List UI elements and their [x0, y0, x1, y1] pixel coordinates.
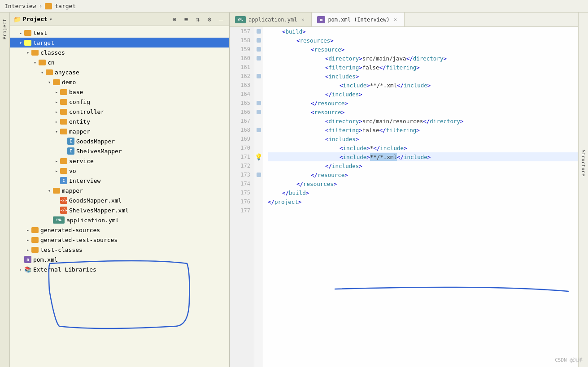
tree-item-config[interactable]: config: [10, 97, 229, 107]
breadcrumb-project[interactable]: Interview: [4, 3, 36, 9]
project-folder-icon: 📁: [13, 16, 21, 23]
line-numbers: 157 158 159 160 161 162 163 164 165 166 …: [230, 27, 254, 367]
tree-item-shelvesmapper-class[interactable]: I ShelvesMapper: [10, 146, 229, 156]
lightbulb-icon[interactable]: 💡: [255, 153, 262, 160]
right-sidebar: Structure: [578, 13, 588, 367]
tree-item-test-classes[interactable]: test-classes: [10, 245, 229, 255]
tree-item-test[interactable]: test: [10, 28, 229, 38]
folder-icon-anycase: [46, 69, 53, 75]
tree-item-external-libraries[interactable]: 📚 External Libraries: [10, 264, 229, 274]
tree-label-cn: cn: [48, 59, 55, 66]
folder-icon-classes: [31, 50, 39, 56]
code-line-157: <build>: [268, 27, 578, 36]
tree-arrow-mapper-resources[interactable]: [46, 188, 53, 193]
code-line-169: <includes>: [268, 134, 578, 143]
tree-item-goodsmapper-class[interactable]: I GoodsMapper: [10, 136, 229, 146]
tree-item-goodsmapper-xml[interactable]: ≺/≻ GoodsMapper.xml: [10, 195, 229, 205]
tree-arrow-config[interactable]: [53, 99, 60, 104]
editor-area: YML application.yml ✕ m pom.xml (Intervi…: [230, 13, 578, 367]
tree-item-base[interactable]: base: [10, 87, 229, 97]
tree-item-vo[interactable]: vo: [10, 166, 229, 176]
settings-gear-icon[interactable]: ⚙: [205, 15, 214, 24]
tree-arrow-service[interactable]: [53, 159, 60, 164]
collapse-btn[interactable]: ≡: [182, 15, 191, 24]
tree-arrow-entity[interactable]: [53, 119, 60, 124]
sort-btn[interactable]: ⇅: [193, 15, 202, 24]
breadcrumb-current: target: [55, 3, 76, 9]
tree-label-base: base: [69, 89, 83, 95]
editor-tabs: YML application.yml ✕ m pom.xml (Intervi…: [230, 13, 578, 27]
tree-arrow-test-classes[interactable]: [24, 247, 31, 252]
tree-item-generated-test-sources[interactable]: generated-test-sources: [10, 235, 229, 245]
tree-item-pom-xml[interactable]: m pom.xml: [10, 255, 229, 264]
folder-icon-generated-test-sources: [31, 237, 39, 243]
tree-arrow-base[interactable]: [53, 90, 60, 95]
editor-content: 157 158 159 160 161 162 163 164 165 166 …: [230, 27, 578, 367]
tree-item-service[interactable]: service: [10, 156, 229, 166]
folder-icon-config: [60, 99, 67, 105]
tree-item-classes[interactable]: classes: [10, 47, 229, 57]
folder-icon-controller: [60, 109, 67, 115]
tree-item-interview[interactable]: C Interview: [10, 176, 229, 186]
breadcrumb-sep: ›: [39, 3, 42, 9]
file-tree: test target classes: [10, 26, 229, 367]
tree-item-mapper-resources[interactable]: mapper: [10, 186, 229, 195]
tree-item-mapper-classes[interactable]: mapper: [10, 126, 229, 136]
interface-icon-goods: I: [67, 138, 74, 145]
tree-label-anycase: anycase: [55, 69, 79, 76]
code-line-173: </resource>: [268, 170, 578, 179]
tree-arrow-test[interactable]: [17, 30, 24, 35]
java-class-icon-interview: C: [60, 177, 67, 184]
code-line-166: <resource>: [268, 108, 578, 117]
tree-item-controller[interactable]: controller: [10, 107, 229, 117]
tree-arrow-cn[interactable]: [31, 60, 39, 65]
tree-item-demo[interactable]: demo: [10, 77, 229, 87]
sidebar-item-project[interactable]: Project: [0, 15, 9, 43]
tab-close-pom-xml[interactable]: ✕: [392, 17, 399, 23]
code-line-168: <filtering>false</filtering>: [268, 125, 578, 134]
folder-icon-vo: [60, 168, 67, 174]
tree-item-target[interactable]: target: [10, 38, 229, 47]
tab-application-yml[interactable]: YML application.yml ✕: [230, 13, 312, 26]
tree-arrow-generated-sources[interactable]: [24, 228, 31, 233]
sidebar-item-structure[interactable]: Structure: [579, 147, 588, 179]
code-line-172: </includes>: [268, 161, 578, 170]
tab-label-application-yml: application.yml: [248, 17, 297, 23]
tab-close-application-yml[interactable]: ✕: [300, 17, 306, 23]
tree-item-anycase[interactable]: anycase: [10, 67, 229, 77]
tree-item-entity[interactable]: entity: [10, 117, 229, 126]
xml-icon-goodsmapper: ≺/≻: [60, 197, 67, 204]
tree-arrow-demo[interactable]: [46, 80, 53, 85]
tree-label-generated-sources: generated-sources: [40, 227, 100, 233]
code-editor[interactable]: <build> <resources> <resource> <director…: [263, 27, 578, 367]
folder-icon-target: [24, 40, 31, 46]
tree-arrow-classes[interactable]: [24, 50, 31, 55]
minimize-btn[interactable]: —: [217, 15, 226, 24]
tree-item-shelvesmapper-xml[interactable]: ≺/≻ ShelvesMapper.xml: [10, 205, 229, 215]
tree-arrow-mapper-classes[interactable]: [53, 129, 60, 134]
left-sidebar: Project: [0, 13, 10, 367]
tree-arrow-controller[interactable]: [53, 109, 60, 114]
tree-item-cn[interactable]: cn: [10, 57, 229, 67]
tree-arrow-target[interactable]: [17, 40, 24, 45]
tree-item-application-yml[interactable]: YML application.yml: [10, 215, 229, 225]
locate-icon-btn[interactable]: ⊕: [170, 15, 179, 24]
library-icon: 📚: [24, 266, 31, 273]
tab-label-pom-xml: pom.xml (Interview): [328, 17, 389, 23]
code-line-164: </includes>: [268, 90, 578, 99]
project-label: Project: [23, 16, 48, 22]
folder-icon-mapper-classes: [60, 129, 67, 134]
folder-icon-test-classes: [31, 247, 39, 253]
tree-arrow-ext-lib[interactable]: [17, 267, 24, 272]
tree-arrow-anycase[interactable]: [39, 70, 46, 75]
tree-item-generated-sources[interactable]: generated-sources: [10, 225, 229, 235]
tab-pom-xml[interactable]: m pom.xml (Interview) ✕: [312, 13, 404, 26]
tree-label-target: target: [33, 39, 54, 46]
project-dropdown-icon[interactable]: ▾: [49, 16, 52, 22]
tree-label-goodsmapper-class: GoodsMapper: [76, 138, 115, 145]
tree-arrow-vo[interactable]: [53, 168, 60, 173]
project-title[interactable]: 📁 Project ▾: [13, 16, 52, 23]
code-line-176: </project>: [268, 197, 578, 206]
tree-arrow-generated-test-sources[interactable]: [24, 237, 31, 242]
tree-label-classes: classes: [40, 49, 65, 56]
